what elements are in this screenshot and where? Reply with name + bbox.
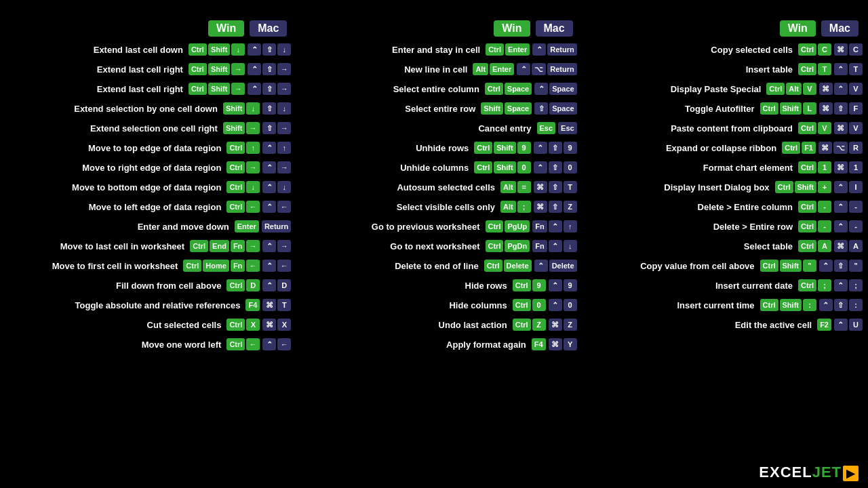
mac-keys: Fn⌃↑ [532, 220, 576, 232]
shortcut-label: Format chart element [577, 163, 798, 173]
key: 0 [564, 299, 577, 311]
key: → [231, 83, 245, 95]
win-keys: F2 [817, 319, 831, 331]
key: ⌥ [532, 63, 546, 75]
shortcut-row: Extend selection one cell rightShift→⇧→ [5, 119, 291, 137]
key: ⌃ [262, 279, 276, 291]
win-keys: CtrlShift" [760, 260, 816, 272]
key: ; [849, 279, 863, 291]
mac-keys: Fn⌃↓ [532, 240, 576, 252]
key: Return [547, 63, 576, 75]
win-keys: CtrlV [798, 122, 831, 134]
key: C [818, 43, 831, 56]
win-keys: F4 [245, 299, 260, 311]
key: ⌃ [834, 279, 848, 291]
mac-keys: ⌃; [834, 279, 863, 291]
key: Ctrl [798, 122, 816, 134]
shortcut-label: Apply format again [291, 340, 531, 350]
mac-keys: ⌃D [262, 279, 291, 291]
shortcut-label: Edit the active cell [577, 320, 817, 330]
key: ⌃ [834, 201, 848, 213]
key: ⌃ [834, 181, 848, 193]
win-keys: CtrlShift→ [189, 63, 245, 75]
shortcut-label: Extend last cell right [5, 84, 189, 94]
mac-keys: ⌘⇧Z [534, 201, 577, 213]
key: Shift [780, 260, 802, 272]
key: → [277, 240, 291, 252]
key: X [277, 319, 291, 331]
key: C [849, 43, 863, 56]
key: ⌘ [834, 161, 848, 174]
win-keys: Ctrl← [226, 338, 260, 350]
key: ⌃ [534, 260, 548, 272]
key: Shift [494, 161, 515, 174]
key: PgUp [505, 220, 530, 232]
shortcut-row: Toggle absolute and relative referencesF… [5, 296, 291, 314]
shortcut-row: Enter and move downEnterReturn [5, 218, 291, 235]
win-keys: Ctrl- [798, 220, 831, 232]
key: ⌘ [819, 83, 833, 95]
shortcut-row: Go to next worksheetCtrlPgDnFn⌃↓ [291, 237, 576, 255]
key: Space [549, 83, 576, 95]
mac-keys: ⌃⇧0 [534, 161, 577, 174]
win-keys: Ctrl9 [513, 279, 546, 291]
key: ⇧ [549, 161, 562, 174]
shortcut-row: Delete > Entire rowCtrl-⌃- [577, 218, 863, 235]
key: ⇧ [262, 83, 276, 95]
mac-keys: ⌘C [834, 43, 863, 56]
win-badge-3: Win [780, 20, 816, 37]
key: U [849, 319, 863, 331]
logo: EXCELJET▶ [759, 464, 859, 481]
key: PgDn [505, 240, 530, 252]
key: ⌃ [549, 299, 562, 311]
key: Alt [786, 83, 802, 95]
key: Alt [500, 181, 516, 193]
win-keys: Shift→ [223, 122, 260, 134]
mac-keys: ⌘⇧F [819, 102, 863, 115]
key: Ctrl [760, 102, 778, 115]
win-keys: CtrlShift↓ [189, 43, 245, 56]
key: V [849, 122, 863, 134]
key: Enter [505, 43, 530, 56]
key: Ctrl [513, 319, 531, 331]
key: V [849, 83, 863, 95]
key: ⌘ [549, 319, 562, 331]
key: Ctrl [760, 299, 778, 311]
key: Enter [235, 220, 259, 232]
shortcut-label: Delete > Entire row [577, 222, 798, 232]
key: Fn [231, 240, 245, 252]
key: Delete [504, 260, 532, 272]
key: ↑ [564, 220, 577, 232]
key: Ctrl [798, 240, 816, 252]
win-badge-1: Win [208, 20, 244, 37]
key: Z [564, 319, 577, 331]
win-keys: CtrlD [226, 279, 260, 291]
key: Esc [558, 122, 577, 134]
mac-keys: ⌃⌥Return [517, 63, 576, 75]
mac-keys: ⌃↓ [262, 181, 291, 193]
shortcut-label: Delete > Entire column [577, 202, 798, 212]
key: Shift [481, 102, 502, 115]
key: D [277, 279, 291, 291]
shortcut-row: Extend last cell rightCtrlShift→⌃⇧→ [5, 80, 291, 98]
shortcut-row: Apply format againF4⌘Y [291, 336, 576, 353]
key: T [849, 63, 863, 75]
win-keys: Ctrl→ [226, 161, 260, 174]
shortcut-label: Display Paste Special [577, 84, 767, 94]
key: End [210, 240, 229, 252]
key: Shift [208, 63, 230, 75]
shortcut-row: Move to last cell in worksheetCtrlEndFn→… [5, 237, 291, 255]
key: 0 [532, 299, 546, 311]
key: ⌘ [534, 181, 547, 193]
key: - [818, 220, 831, 232]
mac-keys: ⇧→ [262, 122, 291, 134]
win-keys: CtrlZ [513, 319, 546, 331]
key: Ctrl [189, 83, 207, 95]
shortcut-label: Cut selected cells [5, 320, 226, 330]
shortcut-label: Move one word left [5, 340, 226, 350]
column-3: WinMacCopy selected cellsCtrlC⌘CInsert t… [577, 19, 863, 355]
key: ⌃ [834, 220, 848, 232]
shortcut-row: Move to right edge of data regionCtrl→⌃→ [5, 159, 291, 176]
key: ⌃ [262, 240, 276, 252]
win-keys: Ctrl; [798, 279, 831, 291]
